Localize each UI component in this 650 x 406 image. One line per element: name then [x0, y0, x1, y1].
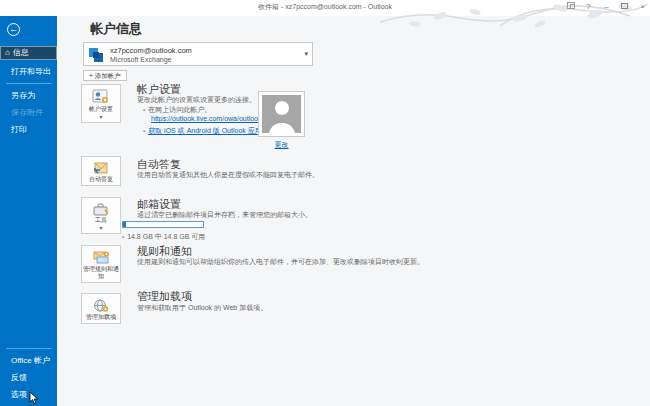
- section-desc: 使用自动答复通知其他人你是在度假或不能回复电子邮件。: [137, 170, 319, 180]
- sidebar-item-options[interactable]: 选项: [0, 387, 57, 402]
- addins-icon: [92, 298, 110, 313]
- account-settings-button[interactable]: 帐户设置 ▾: [81, 84, 121, 123]
- sidebar-item-info[interactable]: ⌂信息: [0, 46, 57, 60]
- rules-alerts-icon: [92, 250, 110, 265]
- page-title: 帐户信息: [90, 20, 142, 38]
- get-app-link[interactable]: ▪获取 iOS 或 Android 版 Outlook 应用。: [143, 126, 269, 136]
- auto-reply-icon: [92, 161, 110, 175]
- home-icon: ⌂: [5, 48, 10, 57]
- titlebar: 收件箱 - xz7pccom@outlook.com - Outlook ? –…: [0, 0, 650, 16]
- sidebar-item-feedback[interactable]: 反馈: [0, 370, 57, 385]
- sidebar-item-save-attachments: 保存附件: [0, 105, 57, 120]
- automatic-replies-button[interactable]: 自动答复: [81, 156, 121, 186]
- mailbox-cleanup-tools-button[interactable]: 工具 ▾: [81, 197, 121, 234]
- avatar: [258, 91, 305, 137]
- manage-addins-button[interactable]: 管理加载项: [81, 293, 121, 324]
- mailbox-quota-bar: [122, 221, 204, 228]
- section-desc: 通过清空已删除邮件项目并存档，来管理您的邮箱大小。: [137, 210, 312, 220]
- storage-text: ▪14.8 GB 中 14.8 GB 可用: [122, 232, 205, 242]
- sidebar-divider: [6, 83, 51, 84]
- add-account-button[interactable]: +添加帐户: [83, 70, 127, 81]
- chevron-down-icon[interactable]: ▾: [304, 50, 308, 58]
- account-info-page: 帐户信息 xz7pccom@outlook.com Microsoft Exch…: [57, 16, 650, 406]
- minimize-icon[interactable]: –: [601, 1, 612, 13]
- section-heading-manage-addins: 管理加载项: [137, 289, 192, 304]
- window-title: 收件箱 - xz7pccom@outlook.com - Outlook: [0, 2, 650, 12]
- manage-rules-alerts-button[interactable]: 管理规则和通知: [81, 245, 121, 283]
- close-icon[interactable]: ×: [637, 1, 648, 13]
- sidebar-item-label: 信息: [13, 48, 29, 57]
- maximize-icon[interactable]: [619, 1, 630, 13]
- bullet-icon: ▪: [143, 128, 145, 134]
- section-desc: 管理和获取用于 Outlook 的 Web 加载项。: [137, 303, 267, 313]
- tools-icon: [92, 202, 110, 216]
- help-icon[interactable]: ?: [583, 1, 594, 13]
- account-type: Microsoft Exchange: [110, 56, 171, 63]
- dropdown-arrow-icon: ▾: [82, 115, 120, 122]
- sidebar-item-office-account[interactable]: Office 帐户: [0, 353, 57, 368]
- section-desc: 使用规则和通知可以帮助组织你的传入电子邮件，并可在添加、更改或删除项目时收到更新…: [137, 257, 457, 267]
- account-settings-icon: [92, 89, 110, 105]
- sidebar-divider: [6, 348, 51, 349]
- plus-icon: +: [89, 72, 93, 79]
- dropdown-arrow-icon: ▾: [82, 226, 120, 233]
- bullet-item: ▪在网上访问此帐户。: [143, 105, 211, 115]
- window-switch-icon[interactable]: [565, 1, 576, 13]
- bullet-icon: ▪: [143, 107, 145, 113]
- account-email: xz7pccom@outlook.com: [110, 46, 192, 55]
- bullet-icon: ▪: [122, 234, 124, 240]
- sidebar-item-open-export[interactable]: 打开和导出: [0, 64, 57, 79]
- sidebar-item-print[interactable]: 打印: [0, 122, 57, 137]
- backstage-sidebar: ← ⌂信息 打开和导出 另存为 保存附件 打印 Office 帐户 反馈 选项: [0, 16, 57, 406]
- outlook-backstage-window: 收件箱 - xz7pccom@outlook.com - Outlook ? –…: [0, 0, 650, 406]
- section-desc: 更改此帐户的设置或设置更多的连接。: [137, 95, 256, 105]
- change-photo-link[interactable]: 更改: [258, 140, 305, 150]
- exchange-icon: [88, 47, 104, 63]
- sidebar-item-save-as[interactable]: 另存为: [0, 88, 57, 103]
- account-selector[interactable]: xz7pccom@outlook.com Microsoft Exchange …: [83, 42, 313, 66]
- back-button[interactable]: ←: [7, 23, 20, 36]
